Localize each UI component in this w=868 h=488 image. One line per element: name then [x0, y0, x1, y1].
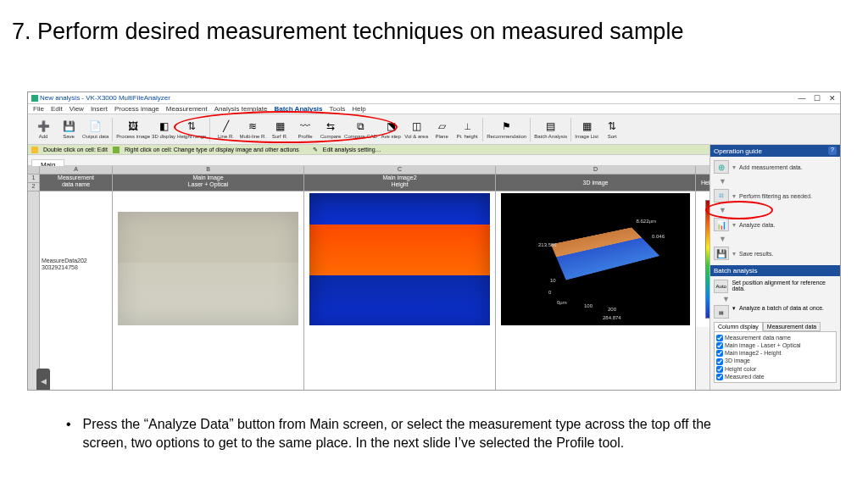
- recommend-icon: ⚑: [500, 119, 514, 133]
- slide-title: 7. Perform desired measurement technique…: [0, 0, 868, 45]
- height-image[interactable]: [309, 193, 490, 325]
- image-list-button[interactable]: ▦Image List: [575, 116, 598, 143]
- measurement-name: MeasureData202 30329214758: [40, 191, 112, 270]
- menu-view[interactable]: View: [70, 104, 84, 114]
- instructions: • Press the “Analyze Data” button from M…: [66, 415, 727, 452]
- 3d-label-10: 10: [550, 278, 556, 283]
- pt-height-button[interactable]: ⟂Pt. height: [455, 116, 479, 143]
- menu-measurement[interactable]: Measurement: [166, 104, 208, 114]
- row-1[interactable]: 1: [28, 175, 39, 183]
- cube-icon: ◧: [157, 119, 170, 133]
- filter-icon: ⌗: [714, 189, 729, 202]
- check-main-image2[interactable]: Main image2 - Height: [716, 349, 834, 357]
- guide-step1-label: Add measurement data.: [739, 164, 803, 170]
- plane-icon: ▱: [435, 119, 448, 133]
- add-button[interactable]: ➕Add: [31, 116, 55, 143]
- maximize-button[interactable]: ☐: [810, 92, 825, 103]
- analyze-icon: 📊: [714, 218, 729, 231]
- operation-guide-panel: Operation guide ? ⊕ ▾ Add measurement da…: [709, 145, 840, 391]
- surf-r-button[interactable]: ▦Surf R.: [268, 116, 292, 143]
- menu-process-image[interactable]: Process image: [114, 104, 159, 114]
- line-icon: ╱: [219, 119, 232, 133]
- output-button[interactable]: 📄Output data: [82, 116, 108, 143]
- dblclick-icon: [31, 147, 38, 153]
- col-c: C Main image2 Height: [304, 166, 496, 391]
- recommendation-button[interactable]: ⚑Recommendation: [487, 116, 526, 143]
- window-controls: — ☐ ✕: [794, 92, 840, 103]
- check-height-color[interactable]: Height color: [716, 365, 834, 373]
- add-data-icon: ⊕: [714, 160, 729, 174]
- toolbar-sep: [209, 118, 210, 141]
- menu-insert[interactable]: Insert: [91, 104, 108, 114]
- plane-button[interactable]: ▱Plane: [430, 116, 453, 143]
- 3d-image[interactable]: 213.586 8.622µm 0.046 10 0 0µm 100 200 2…: [501, 193, 690, 325]
- 3d-display-button[interactable]: ◧3D display: [152, 116, 175, 143]
- 3d-label-200: 200: [608, 307, 616, 312]
- dropdown-icon: ▾: [732, 221, 736, 229]
- menu-help[interactable]: Help: [352, 104, 365, 114]
- compare-button[interactable]: ⇆Compare: [319, 116, 342, 143]
- menu-batch-analysis[interactable]: Batch Analysis: [274, 104, 322, 114]
- 3d-label-213: 213.586: [538, 242, 557, 247]
- range-icon: ⇅: [185, 119, 198, 133]
- check-measured-date[interactable]: Measured date: [716, 373, 834, 380]
- check-meas-name[interactable]: Measurement data name: [716, 334, 834, 341]
- guide-step-1[interactable]: ⊕ ▾ Add measurement data.: [710, 157, 840, 177]
- multiline-icon: ≋: [246, 119, 259, 133]
- sort-button[interactable]: ⇅Sort: [600, 116, 624, 143]
- check-3d-image[interactable]: 3D image: [716, 357, 834, 364]
- volarea-icon: ◫: [409, 119, 423, 133]
- help-icon[interactable]: ?: [828, 147, 837, 155]
- minimize-button[interactable]: —: [794, 92, 810, 103]
- guide-step-3-analyze-data[interactable]: 📊 ▾ Analyze data.: [710, 214, 840, 235]
- close-button[interactable]: ✕: [825, 92, 840, 103]
- menu-file[interactable]: File: [33, 104, 44, 114]
- col-c-sub: Main image2 Height: [304, 175, 495, 191]
- toolbar-sep: [112, 118, 113, 141]
- height-range-button[interactable]: ⇅Height range: [177, 116, 206, 143]
- col-b-body: [113, 191, 303, 391]
- check-main-image[interactable]: Main image - Laser + Optical: [716, 341, 834, 349]
- profile-button[interactable]: 〰Profile: [293, 116, 317, 143]
- save-button[interactable]: 💾Save: [57, 116, 81, 143]
- menu-analysis-template[interactable]: Analysis template: [214, 104, 268, 114]
- infobar-edit[interactable]: Edit analysis setting…: [323, 147, 381, 152]
- batch-analysis-header: Batch analysis: [710, 265, 840, 276]
- compare-cad-button[interactable]: ⧉Compare CAD: [344, 116, 377, 143]
- tab-column-display[interactable]: Column display: [714, 322, 763, 331]
- 3d-label-284: 284.874: [603, 315, 621, 320]
- profile-icon: 〰: [298, 119, 312, 133]
- process-icon: 🖼: [126, 119, 140, 133]
- line-r-button[interactable]: ╱Line R.: [214, 116, 237, 143]
- menu-tools[interactable]: Tools: [330, 104, 346, 114]
- laser-optical-image[interactable]: [118, 212, 298, 325]
- batch-step-1[interactable]: Auto Set position alignment for referenc…: [714, 278, 837, 295]
- rightclick-icon: [113, 147, 120, 153]
- dropdown-icon: ▾: [732, 164, 736, 171]
- guide-step2-label: Perform filtering as needed.: [739, 193, 812, 199]
- batch-analysis-button[interactable]: ▤Batch Analysis: [534, 116, 567, 143]
- save-results-icon: 💾: [714, 247, 729, 260]
- guide-arrow: ▼: [710, 206, 840, 214]
- guide-step-4[interactable]: 💾 ▾ Save results.: [710, 243, 840, 263]
- col-c-header[interactable]: C: [304, 166, 495, 175]
- tab-measurement-data[interactable]: Measurement data: [763, 322, 821, 331]
- menu-edit[interactable]: Edit: [51, 104, 63, 114]
- vol-area-button[interactable]: ◫Vol & area: [404, 116, 428, 143]
- process-image-button[interactable]: 🖼Process image: [116, 116, 150, 143]
- guide-arrow: ▼: [710, 235, 840, 243]
- collapse-panel-button[interactable]: ◀: [36, 369, 50, 391]
- col-a-body: MeasureData202 30329214758: [40, 191, 112, 391]
- batch-step-2[interactable]: ▤ ▾ Analyze a batch of data at once.: [714, 303, 837, 320]
- col-d-header[interactable]: D: [496, 166, 695, 175]
- 3d-label-0um: 0µm: [557, 300, 567, 305]
- row-2[interactable]: 2: [28, 183, 39, 191]
- col-a-header[interactable]: A: [40, 166, 112, 175]
- multiline-r-button[interactable]: ≋Multi-line R.: [239, 116, 266, 143]
- ave-step-button[interactable]: ⬔Ave step: [379, 116, 403, 143]
- guide-step-2[interactable]: ⌗ ▾ Perform filtering as needed.: [710, 186, 840, 206]
- batch-step2-label: Analyze a batch of data at once.: [739, 305, 824, 311]
- mini-tabs: Column display Measurement data: [714, 322, 837, 331]
- col-b-header[interactable]: B: [113, 166, 303, 175]
- compare-icon: ⇆: [324, 119, 337, 133]
